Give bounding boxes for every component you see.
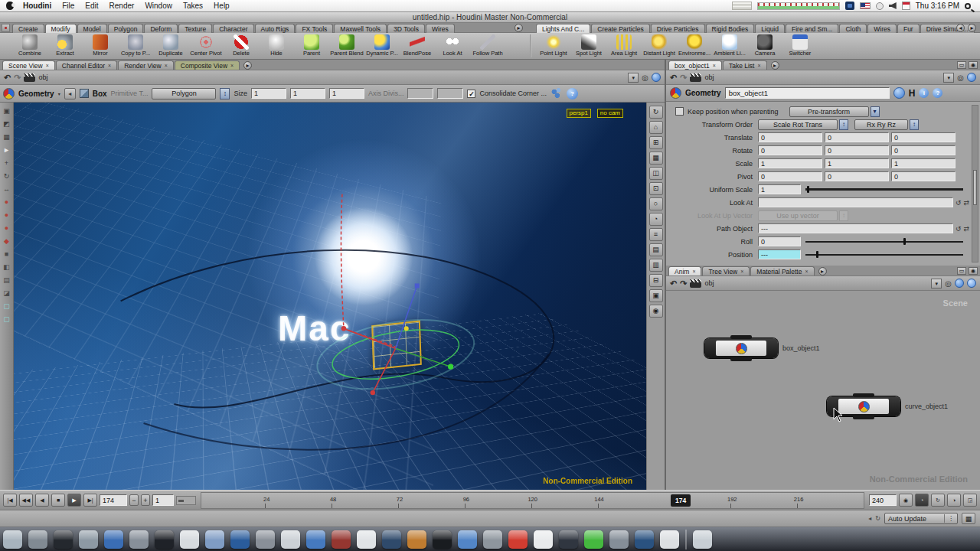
view-tool-icon[interactable]: ⊟	[649, 274, 663, 287]
dock-icon[interactable]	[559, 530, 578, 549]
shelf-tab[interactable]: Lights And C...	[536, 24, 590, 33]
shelf-tab[interactable]: Fire and Sm...	[786, 24, 838, 33]
playhead[interactable]: 174	[671, 494, 691, 507]
view-tool-icon[interactable]: ⊞	[649, 136, 663, 149]
dock-icon[interactable]	[28, 530, 47, 549]
size-z-field[interactable]: 1	[329, 88, 364, 99]
close-icon[interactable]: ×	[805, 269, 808, 274]
tool-icon[interactable]: +	[2, 158, 12, 168]
dock-icon[interactable]	[635, 530, 654, 549]
look-at-field[interactable]	[758, 197, 953, 207]
info-icon[interactable]: i	[919, 88, 929, 98]
spotlight-icon[interactable]	[965, 3, 971, 9]
pane-menu-icon[interactable]: ◉	[969, 267, 978, 275]
transform-order-stepper[interactable]: ↕	[839, 119, 848, 130]
step-mode-button[interactable]: ◑	[947, 494, 961, 507]
realtime-toggle-button[interactable]: ◔	[915, 494, 929, 507]
tool-icon[interactable]: ▢	[2, 302, 12, 311]
pane-add-tab-button[interactable]: ▸	[243, 61, 252, 70]
path-menu-button[interactable]: ▾	[943, 73, 954, 83]
window-title-bar[interactable]: untitled.hip - Houdini Master Non-Commer…	[0, 12, 980, 23]
size-y-field[interactable]: 1	[290, 88, 325, 99]
dock-icon[interactable]	[155, 530, 174, 549]
shelf-tool[interactable]: Mirror	[83, 34, 118, 57]
shelf-tab[interactable]: Wires	[867, 24, 897, 33]
shelf-tool[interactable]: Point Light	[536, 34, 571, 57]
collapse-icon[interactable]: ◂	[868, 515, 871, 522]
weather-widget[interactable]	[732, 2, 752, 10]
consolidate-checkbox[interactable]: ✓	[467, 90, 475, 98]
close-icon[interactable]: ×	[757, 63, 760, 68]
dock-icon[interactable]	[129, 530, 149, 549]
dock-icon[interactable]	[180, 530, 199, 549]
shelf-tool[interactable]: Delete	[224, 34, 259, 57]
loop-mode-button[interactable]: ↻	[931, 494, 945, 507]
play-button[interactable]: ▶	[67, 494, 81, 507]
battery-icon[interactable]	[876, 2, 884, 10]
camera-menu-chip[interactable]: persp1	[567, 109, 591, 118]
shelf-tab[interactable]: 3D Tools	[387, 24, 425, 33]
tool-icon[interactable]: ▣	[2, 106, 12, 116]
node-swap-icon[interactable]: ⇄	[963, 199, 969, 207]
shelf-tab[interactable]: Drive Particles	[651, 24, 705, 33]
scale-z-field[interactable]: 1	[891, 158, 956, 168]
dock-icon[interactable]	[54, 530, 73, 549]
pane-tab[interactable]: Composite View×	[175, 60, 240, 70]
op-back-button[interactable]: ◂	[64, 88, 76, 99]
forward-icon[interactable]: ↷	[680, 279, 687, 288]
pivot-y-field[interactable]: 0	[825, 171, 889, 181]
volume-icon[interactable]	[889, 2, 897, 9]
rotate-z-field[interactable]: 0	[891, 145, 956, 155]
view-tool-icon[interactable]: ▥	[649, 259, 663, 272]
tool-icon[interactable]: ▢	[2, 315, 12, 324]
current-frame-field[interactable]: 174	[100, 494, 127, 506]
pane-tab[interactable]: Scene View×	[2, 60, 55, 70]
step-back-button[interactable]: ◀	[35, 494, 49, 507]
shelf-tool[interactable]: Distant Light	[642, 34, 677, 57]
pivot-x-field[interactable]: 0	[758, 171, 822, 181]
close-icon[interactable]: ×	[230, 63, 234, 68]
apple-menu-icon[interactable]	[6, 2, 14, 10]
keep-position-checkbox[interactable]	[675, 107, 684, 116]
menu-item[interactable]: Help	[214, 2, 230, 10]
dock-icon[interactable]	[609, 530, 629, 549]
path-menu-button[interactable]: ▾	[628, 73, 639, 83]
menu-item[interactable]: Houdini	[23, 2, 51, 10]
range-start-field[interactable]: 1	[152, 494, 174, 506]
shelf-tool[interactable]: Parent	[294, 34, 329, 57]
roll-field[interactable]: 0	[758, 236, 801, 246]
go-to-start-button[interactable]: |◀	[3, 494, 17, 507]
shelf-tool[interactable]: Spot Light	[571, 34, 606, 57]
calendar-icon[interactable]	[902, 2, 910, 10]
shelf-tool[interactable]: BlendPose	[400, 34, 435, 57]
node-chooser-icon[interactable]: ↺	[956, 199, 962, 207]
shelf-tool[interactable]: Environme...	[677, 34, 712, 57]
dock-icon[interactable]	[584, 530, 603, 549]
shelf-tool[interactable]: Follow Path	[470, 34, 505, 57]
scale-y-field[interactable]: 1	[825, 158, 889, 168]
menu-item[interactable]: Window	[145, 2, 172, 10]
pretransform-select[interactable]: Pre-transform	[789, 106, 869, 117]
primitive-type-select[interactable]: Polygon	[152, 88, 216, 99]
chevron-down-icon[interactable]: ▾	[58, 91, 60, 96]
range-slider[interactable]	[176, 496, 196, 505]
shelf-tab[interactable]: Wires	[426, 24, 455, 33]
rotate-order-stepper[interactable]: ↕	[910, 119, 919, 130]
pane-tab[interactable]: Anim×	[668, 266, 701, 276]
shelf-tab[interactable]: Deform	[144, 24, 178, 33]
pane-add-tab-button[interactable]: ▸	[771, 61, 779, 70]
node-label[interactable]: Box	[93, 90, 107, 98]
close-icon[interactable]: ×	[46, 63, 49, 68]
frame-increment-button[interactable]: +	[141, 494, 150, 506]
pane-tab[interactable]: Render View×	[118, 60, 174, 70]
tool-icon[interactable]: ●	[2, 223, 12, 233]
update-mode-select[interactable]: Auto Update ⋮	[884, 513, 958, 524]
close-icon[interactable]: ×	[108, 63, 111, 68]
dock-icon[interactable]	[205, 530, 224, 549]
shelf-tool[interactable]: Look At	[435, 34, 470, 57]
view-tool-icon[interactable]: ▤	[649, 243, 663, 256]
menu-clock[interactable]: Thu 3:16 PM	[916, 2, 959, 10]
dock-icon[interactable]	[433, 530, 452, 549]
close-icon[interactable]: ×	[713, 63, 716, 68]
tool-icon[interactable]: ■	[2, 249, 12, 259]
